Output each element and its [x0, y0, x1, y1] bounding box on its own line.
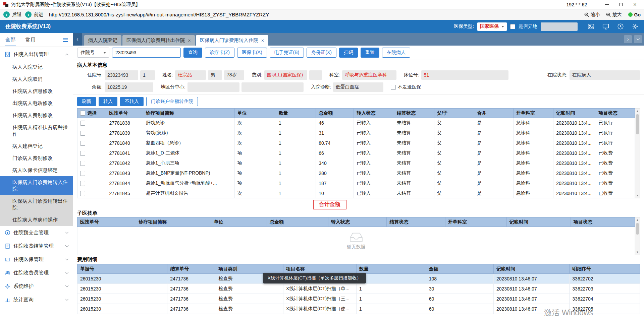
- search-action-button[interactable]: 医保卡(A): [237, 48, 267, 58]
- sidebar-item[interactable]: 住院病人单病种操作: [0, 214, 73, 226]
- row-checkbox[interactable]: [80, 141, 85, 146]
- window-titlebar: 河北大学附属医院--住院收费系统(V13)【收费处--HIS管理员】 192.*…: [0, 0, 644, 9]
- insurance-type-select[interactable]: 国家医保: [477, 22, 507, 31]
- minimize-button[interactable]: [601, 0, 612, 9]
- sidebar-group[interactable]: 住院收费员管理: [0, 266, 73, 279]
- sidebar-item[interactable]: 病人入院取消: [0, 73, 73, 85]
- collapse-sidebar-icon[interactable]: ‹: [73, 33, 82, 46]
- orders-row[interactable]: 27781839肾功(急诊)次131已转入未结算父是急诊科20230810 13…: [77, 128, 635, 138]
- sidebar-item[interactable]: 住院病人费别修改: [0, 109, 73, 121]
- orders-scrollbar[interactable]: ▲ ▼: [635, 108, 640, 198]
- zoom-in-button[interactable]: 放大: [606, 12, 622, 18]
- maximize-button[interactable]: [615, 0, 627, 9]
- search-action-button[interactable]: 重置: [361, 48, 379, 58]
- search-action-button[interactable]: 电子凭证(B): [270, 48, 304, 58]
- back-button[interactable]: 后退: [12, 12, 21, 18]
- table-action-button[interactable]: 门诊账户金额转住院: [146, 97, 198, 106]
- row-checkbox[interactable]: [80, 151, 85, 156]
- workspace-tab[interactable]: 医保病人门诊费用转出住院×: [122, 35, 195, 46]
- sidebar-item[interactable]: 病人入院登记: [0, 61, 73, 73]
- sidebar-tab-all[interactable]: 全部: [5, 33, 16, 46]
- select-all-checkbox[interactable]: [80, 111, 85, 116]
- scrollbar-thumb[interactable]: [636, 223, 639, 235]
- forward-icon[interactable]: ›: [25, 11, 32, 18]
- fee-cell: 26015230: [77, 294, 167, 304]
- workspace-tab[interactable]: 病人入院登记: [84, 35, 121, 46]
- sidebar-item[interactable]: 出院病人电话修改: [0, 97, 73, 109]
- scroll-up-icon[interactable]: ▲: [636, 109, 639, 114]
- sub-orders-column-header: 总金额: [267, 217, 328, 227]
- fee-row[interactable]: 260152302471736检查费X线计算机体层(CT)扫描（使...1602…: [77, 304, 640, 314]
- search-action-button[interactable]: 查询: [183, 48, 202, 58]
- row-checkbox[interactable]: [80, 191, 85, 196]
- sidebar-group[interactable]: 系统维护: [0, 279, 73, 293]
- sidebar-item[interactable]: 医保病人门诊费用转出住院: [0, 195, 73, 214]
- tabs-scroll-right-icon[interactable]: ›: [624, 35, 632, 43]
- fee-cell: 1: [356, 294, 426, 304]
- search-input[interactable]: [112, 48, 181, 58]
- workspace-tab[interactable]: 医保病人门诊费用转入住院×: [196, 35, 268, 46]
- orders-cell: 是: [474, 138, 513, 148]
- row-checkbox[interactable]: [80, 161, 85, 166]
- orders-row[interactable]: 27781841急诊1_D-二聚体项166已转入未结算父是急诊科20230810…: [77, 148, 635, 158]
- remote-checkbox[interactable]: [510, 24, 515, 29]
- scrollbar-thumb[interactable]: [636, 114, 639, 134]
- table-action-button[interactable]: 转入: [99, 97, 117, 106]
- sidebar-group[interactable]: 住院入出转管理: [0, 48, 73, 61]
- fee-column-header: 数量: [356, 264, 426, 274]
- search-action-button[interactable]: 诊疗卡(Z): [205, 48, 234, 58]
- orders-row[interactable]: 27781844急诊1_动脉血气分析+动脉乳酸+...项1187已转入未结算父是…: [77, 178, 635, 188]
- orders-cell: 超声计算机图文报告: [143, 188, 235, 198]
- orders-row[interactable]: 27781838肝功急诊次146已转入未结算父是急诊科20230810 13:4…: [77, 118, 635, 128]
- orders-row[interactable]: 27781843急诊1_BNP定量(NT-PROBNP)项1280已转入未结算父…: [77, 168, 635, 178]
- forward-button[interactable]: 前进: [34, 12, 43, 18]
- sidebar-group[interactable]: 统计查询: [0, 293, 73, 306]
- url-bar[interactable]: http://192.168.5.131:8000/his-zysf-new/a…: [47, 12, 578, 17]
- search-action-button[interactable]: 扫码: [339, 48, 358, 58]
- orders-checkbox-cell: [77, 158, 106, 168]
- sidebar-item[interactable]: 住院病人信息修改: [0, 85, 73, 97]
- back-icon[interactable]: ‹: [3, 11, 10, 18]
- orders-row[interactable]: 27781845超声计算机图文报告次110已转入未结算父是急诊科20230810…: [77, 188, 635, 198]
- fee-row[interactable]: 260152302471736检查费X线计算机体层(CT)扫描（单...1302…: [77, 284, 640, 294]
- orders-row[interactable]: 27781840凝血四项（急诊）次180.74已转入未结算父是急诊科202308…: [77, 138, 635, 148]
- sidebar-group[interactable]: 住院收费结算管理: [0, 239, 73, 253]
- sidebar-item[interactable]: 病人医保卡信息绑定: [0, 164, 73, 176]
- no-send-insurance-checkbox[interactable]: [391, 85, 396, 90]
- orders-cell: 已收费: [596, 178, 635, 188]
- sidebar-item[interactable]: 住院病人精准扶贫病种操作: [0, 121, 73, 140]
- search-action-button[interactable]: 身份证(X): [307, 48, 336, 58]
- orders-header-row: 选择医技单号诊疗项目简称单位数量总金额转入状态结算状态父/子合并开单科室记账时间…: [77, 109, 635, 118]
- tabs-menu-icon[interactable]: [634, 35, 642, 43]
- sub-orders-scrollbar[interactable]: ▲ ▼: [635, 217, 640, 255]
- search-action-button[interactable]: 在院病人: [382, 48, 410, 58]
- menu-filter-icon[interactable]: [63, 38, 68, 42]
- row-checkbox[interactable]: [80, 121, 85, 126]
- sidebar-item[interactable]: 病人建档登记: [0, 140, 73, 152]
- remote-input[interactable]: [541, 22, 578, 31]
- row-checkbox[interactable]: [80, 131, 85, 136]
- orders-row[interactable]: 27781842急诊1_心肌三项项1340已转入未结算父是急诊科20230810…: [77, 158, 635, 168]
- orders-cell: 肝功急诊: [143, 118, 235, 128]
- sidebar-group[interactable]: 住院预交金管理: [0, 226, 73, 239]
- scroll-down-icon[interactable]: ▼: [636, 193, 639, 198]
- table-action-button[interactable]: 刷新: [77, 97, 96, 106]
- fee-row[interactable]: 260152302471736检查费X线计算机体层(CT)扫描（三...1602…: [77, 294, 640, 304]
- sidebar-item[interactable]: 门诊病人费别修改: [0, 152, 73, 164]
- row-checkbox[interactable]: [80, 181, 85, 186]
- tab-close-icon[interactable]: ×: [188, 38, 191, 43]
- orders-cell: 已转入: [354, 128, 394, 138]
- zoom-out-button[interactable]: 缩小: [584, 12, 600, 18]
- row-checkbox[interactable]: [80, 171, 85, 176]
- sidebar-item[interactable]: 医保病人门诊费用转入住院: [0, 176, 73, 195]
- sidebar-tab-common[interactable]: 常用: [25, 34, 36, 46]
- scroll-up-icon[interactable]: ▲: [636, 217, 639, 222]
- search-type-select[interactable]: 住院号: [77, 48, 109, 58]
- tab-close-icon[interactable]: ×: [261, 38, 264, 43]
- orders-cell: 已收费: [596, 158, 635, 168]
- go-button[interactable]: Go: [628, 12, 641, 17]
- table-action-button[interactable]: 不转入: [120, 97, 144, 106]
- sidebar-group[interactable]: 住院医保管理: [0, 253, 73, 266]
- scroll-down-icon[interactable]: ▼: [636, 250, 639, 255]
- close-button[interactable]: ×: [629, 0, 641, 9]
